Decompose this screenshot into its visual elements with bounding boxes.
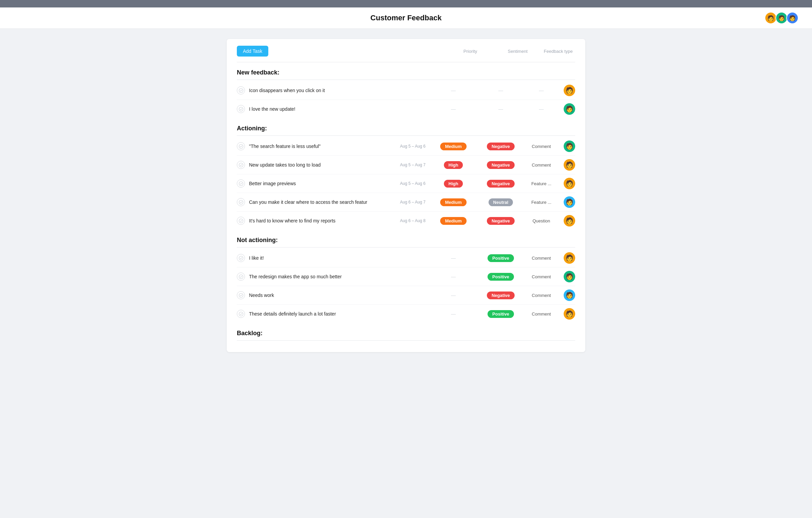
task-feedback-type: Question — [524, 218, 558, 223]
task-sentiment: Positive — [477, 310, 524, 318]
svg-point-4 — [239, 181, 243, 186]
task-name: These details definitely launch a lot fa… — [249, 311, 396, 317]
avatar: 🧑 — [786, 12, 798, 24]
check-icon[interactable] — [237, 105, 245, 113]
check-icon[interactable] — [237, 179, 245, 188]
task-date: Aug 5 – Aug 6 — [396, 144, 430, 149]
task-priority: — — [430, 274, 477, 280]
task-name: New update takes too long to load — [249, 162, 396, 168]
avatar: 🧑 — [564, 141, 575, 152]
avatar: 🧑 — [765, 12, 777, 24]
empty-dash: — — [451, 255, 456, 261]
task-name: Can you make it clear where to access th… — [249, 199, 396, 205]
task-feedback-type: Comment — [524, 311, 558, 317]
add-task-button[interactable]: Add Task — [237, 46, 268, 57]
section: New feedback:Icon disappears when you cl… — [237, 62, 575, 118]
svg-point-0 — [239, 88, 243, 92]
check-icon[interactable] — [237, 254, 245, 262]
avatar: 🧑 — [564, 308, 575, 320]
avatar: 🧑 — [564, 196, 575, 208]
svg-point-8 — [239, 275, 243, 279]
page-title: Customer Feedback — [370, 14, 442, 22]
section: Actioning:"The search feature is less us… — [237, 118, 575, 230]
task-date: Aug 6 – Aug 7 — [396, 200, 430, 204]
sentiment-badge: Negative — [487, 161, 515, 169]
priority-col-header: Priority — [447, 49, 494, 54]
task-row: New update takes too long to loadAug 5 –… — [237, 156, 575, 174]
avatar: 🧑 — [564, 289, 575, 301]
check-icon[interactable] — [237, 142, 245, 150]
sentiment-badge: Positive — [488, 310, 514, 318]
check-icon[interactable] — [237, 291, 245, 299]
task-name: I love the new update! — [249, 106, 396, 112]
section-title: Backlog: — [237, 323, 575, 341]
task-feedback-type: — — [524, 106, 558, 112]
header-avatars: 🧑 🧑 🧑 — [766, 12, 798, 24]
task-sentiment: Positive — [477, 254, 524, 262]
svg-point-9 — [239, 293, 243, 297]
avatar: 🧑 — [564, 103, 575, 115]
task-priority: — — [430, 255, 477, 261]
task-priority: High — [430, 161, 477, 169]
task-feedback-type: Comment — [524, 144, 558, 149]
priority-badge: Medium — [440, 217, 466, 225]
task-name: Icon disappears when you click on it — [249, 88, 396, 93]
svg-point-6 — [239, 219, 243, 223]
header: Customer Feedback 🧑 🧑 🧑 — [0, 7, 812, 29]
empty-dash: — — [539, 106, 544, 112]
sentiment-badge: Negative — [487, 217, 515, 225]
svg-point-2 — [239, 144, 243, 148]
check-icon[interactable] — [237, 198, 245, 206]
sentiment-badge: Positive — [488, 273, 514, 281]
priority-badge: Medium — [440, 198, 466, 206]
priority-badge: High — [444, 161, 463, 169]
task-sentiment: Negative — [477, 217, 524, 225]
sentiment-badge: Negative — [487, 180, 515, 188]
task-sentiment: Negative — [477, 180, 524, 188]
task-feedback-type: Feature ... — [524, 200, 558, 205]
task-priority: — — [430, 311, 477, 317]
check-icon[interactable] — [237, 273, 245, 281]
section-title: Actioning: — [237, 118, 575, 136]
task-row: Can you make it clear where to access th… — [237, 193, 575, 212]
check-icon[interactable] — [237, 161, 245, 169]
task-date: Aug 6 – Aug 8 — [396, 218, 430, 223]
check-icon[interactable] — [237, 217, 245, 225]
section-title: New feedback: — [237, 62, 575, 80]
section: Backlog: — [237, 323, 575, 341]
sentiment-col-header: Sentiment — [494, 49, 541, 54]
task-priority: — — [430, 292, 477, 298]
avatar: 🧑 — [564, 178, 575, 189]
task-name: Better image previews — [249, 181, 396, 186]
task-row: It's hard to know where to find my repor… — [237, 212, 575, 230]
task-sentiment: Negative — [477, 143, 524, 150]
empty-dash: — — [498, 106, 503, 112]
task-priority: — — [430, 106, 477, 112]
empty-dash: — — [498, 88, 503, 93]
task-priority: Medium — [430, 198, 477, 206]
svg-point-5 — [239, 200, 243, 204]
task-row: Needs work—NegativeComment🧑 — [237, 286, 575, 305]
task-name: I like it! — [249, 255, 396, 261]
priority-badge: High — [444, 180, 463, 188]
task-sentiment: Neutral — [477, 198, 524, 206]
sentiment-badge: Neutral — [489, 198, 513, 206]
priority-badge: Medium — [440, 143, 466, 150]
svg-point-1 — [239, 107, 243, 111]
section: Not actioning:I like it!—PositiveComment… — [237, 230, 575, 323]
task-priority: — — [430, 87, 477, 93]
column-headers: Priority Sentiment Feedback type — [447, 49, 575, 54]
toolbar: Add Task Priority Sentiment Feedback typ… — [237, 46, 575, 62]
empty-dash: — — [451, 274, 456, 279]
sections-container: New feedback:Icon disappears when you cl… — [237, 62, 575, 341]
task-row: These details definitely launch a lot fa… — [237, 305, 575, 323]
check-icon[interactable] — [237, 310, 245, 318]
top-bar — [0, 0, 812, 7]
task-name: Needs work — [249, 293, 396, 298]
task-priority: High — [430, 180, 477, 188]
avatar: 🧑 — [564, 159, 575, 171]
task-feedback-type: Comment — [524, 256, 558, 261]
check-icon[interactable] — [237, 86, 245, 94]
task-date: Aug 5 – Aug 7 — [396, 163, 430, 167]
avatar: 🧑 — [564, 215, 575, 226]
